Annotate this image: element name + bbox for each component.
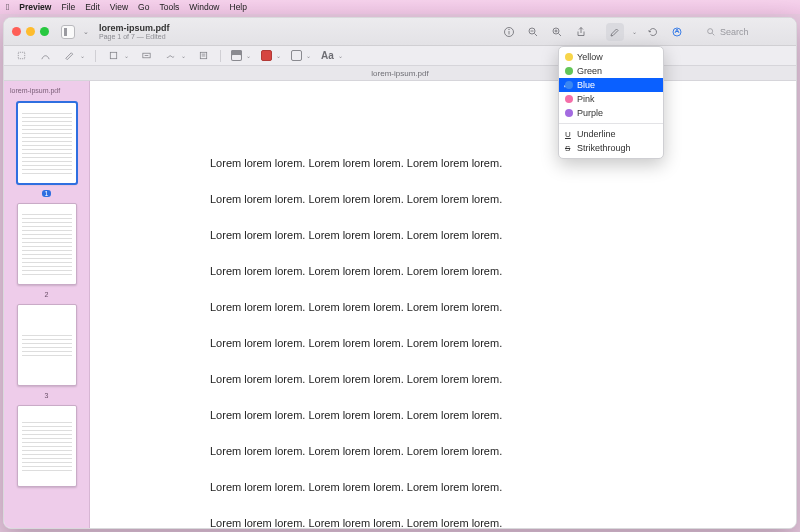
document-line[interactable]: Lorem lorem lorem. Lorem lorem lorem. Lo… bbox=[210, 157, 756, 169]
view-dropdown-icon[interactable]: ⌄ bbox=[83, 28, 91, 36]
zoom-in-button[interactable] bbox=[548, 23, 566, 41]
search-field[interactable]: Search bbox=[702, 27, 788, 37]
svg-rect-13 bbox=[18, 52, 24, 58]
document-line[interactable]: Lorem lorem lorem. Lorem lorem lorem. Lo… bbox=[210, 481, 756, 493]
info-button[interactable] bbox=[500, 23, 518, 41]
markup-toolbar: ⌄ ⌄ ⌄ ⌄ ⌄ ⌄ Aa ⌄ bbox=[4, 46, 796, 66]
highlight-style-strikethrough[interactable]: SStrikethrough bbox=[559, 141, 663, 155]
document-title: lorem-ipsum.pdf bbox=[99, 24, 170, 33]
share-button[interactable] bbox=[572, 23, 590, 41]
selection-tool[interactable] bbox=[14, 49, 28, 63]
shapes-dropdown-icon[interactable]: ⌄ bbox=[124, 52, 129, 59]
text-style[interactable]: Aa bbox=[321, 50, 334, 61]
zoom-out-button[interactable] bbox=[524, 23, 542, 41]
document-content[interactable]: Lorem lorem lorem. Lorem lorem lorem. Lo… bbox=[90, 81, 796, 528]
note-tool[interactable] bbox=[196, 49, 210, 63]
highlight-dropdown[interactable]: ⌄ bbox=[630, 28, 638, 35]
highlight-color-menu: YellowGreen✓BluePinkPurpleUUnderlineSStr… bbox=[558, 46, 664, 159]
stroke-dropdown-icon[interactable]: ⌄ bbox=[276, 52, 281, 59]
highlight-color-green[interactable]: Green bbox=[559, 64, 663, 78]
highlight-color-purple[interactable]: Purple bbox=[559, 106, 663, 120]
document-line[interactable]: Lorem lorem lorem. Lorem lorem lorem. Lo… bbox=[210, 265, 756, 277]
underline-icon: U bbox=[565, 130, 571, 139]
menu-help[interactable]: Help bbox=[230, 2, 247, 12]
fill-dropdown-icon[interactable]: ⌄ bbox=[306, 52, 311, 59]
document-line[interactable]: Lorem lorem lorem. Lorem lorem lorem. Lo… bbox=[210, 301, 756, 313]
document-subtitle: Page 1 of 7 — Edited bbox=[99, 33, 170, 40]
svg-rect-14 bbox=[110, 52, 116, 58]
window-toolbar: ⌄ lorem-ipsum.pdf Page 1 of 7 — Edited ⌄… bbox=[4, 18, 796, 46]
menu-item-label: Blue bbox=[577, 80, 595, 90]
menu-view[interactable]: View bbox=[110, 2, 128, 12]
svg-line-12 bbox=[712, 33, 714, 35]
border-style[interactable] bbox=[231, 50, 242, 61]
system-menubar:  Preview File Edit View Go Tools Window… bbox=[0, 0, 800, 14]
sign-tool[interactable] bbox=[163, 49, 177, 63]
document-line[interactable]: Lorem lorem lorem. Lorem lorem lorem. Lo… bbox=[210, 373, 756, 385]
color-dot-icon bbox=[565, 109, 573, 117]
document-line[interactable]: Lorem lorem lorem. Lorem lorem lorem. Lo… bbox=[210, 409, 756, 421]
document-line[interactable]: Lorem lorem lorem. Lorem lorem lorem. Lo… bbox=[210, 337, 756, 349]
menu-file[interactable]: File bbox=[61, 2, 75, 12]
stroke-color[interactable] bbox=[261, 50, 272, 61]
thumbnail-sidebar[interactable]: lorem-ipsum.pdf 1 2 3 bbox=[4, 81, 90, 528]
border-dropdown-icon[interactable]: ⌄ bbox=[246, 52, 251, 59]
document-line[interactable]: Lorem lorem lorem. Lorem lorem lorem. Lo… bbox=[210, 193, 756, 205]
document-line[interactable]: Lorem lorem lorem. Lorem lorem lorem. Lo… bbox=[210, 445, 756, 457]
instant-alpha-tool[interactable] bbox=[38, 49, 52, 63]
svg-line-7 bbox=[559, 33, 562, 36]
apple-menu-icon[interactable]:  bbox=[6, 2, 9, 12]
menu-go[interactable]: Go bbox=[138, 2, 149, 12]
svg-point-2 bbox=[509, 29, 510, 30]
menu-item-label: Green bbox=[577, 66, 602, 76]
menu-item-label: Yellow bbox=[577, 52, 603, 62]
text-tool[interactable] bbox=[139, 49, 153, 63]
page-thumbnail[interactable] bbox=[17, 405, 77, 487]
page-number: 1 bbox=[42, 190, 52, 197]
divider bbox=[220, 50, 221, 62]
highlight-color-pink[interactable]: Pink bbox=[559, 92, 663, 106]
fullscreen-button[interactable] bbox=[40, 27, 49, 36]
svg-line-4 bbox=[535, 33, 538, 36]
sidebar-view-button[interactable] bbox=[61, 25, 75, 39]
menu-tools[interactable]: Tools bbox=[159, 2, 179, 12]
color-dot-icon bbox=[565, 53, 573, 61]
sidebar-doc-title: lorem-ipsum.pdf bbox=[4, 87, 60, 94]
tab-bar: lorem-ipsum.pdf bbox=[4, 66, 796, 81]
highlight-style-underline[interactable]: UUnderline bbox=[559, 127, 663, 141]
rotate-button[interactable] bbox=[644, 23, 662, 41]
minimize-button[interactable] bbox=[26, 27, 35, 36]
menu-item-label: Strikethrough bbox=[577, 143, 631, 153]
close-button[interactable] bbox=[12, 27, 21, 36]
menu-edit[interactable]: Edit bbox=[85, 2, 100, 12]
highlight-color-yellow[interactable]: Yellow bbox=[559, 50, 663, 64]
tab-label[interactable]: lorem-ipsum.pdf bbox=[371, 69, 428, 78]
page-thumbnail[interactable] bbox=[17, 304, 77, 386]
shapes-tool[interactable] bbox=[106, 49, 120, 63]
markup-toggle-button[interactable] bbox=[668, 23, 686, 41]
document-line[interactable]: Lorem lorem lorem. Lorem lorem lorem. Lo… bbox=[210, 517, 756, 528]
text-style-dropdown-icon[interactable]: ⌄ bbox=[338, 52, 343, 59]
highlight-button[interactable] bbox=[606, 23, 624, 41]
fill-color[interactable] bbox=[291, 50, 302, 61]
document-line[interactable]: Lorem lorem lorem. Lorem lorem lorem. Lo… bbox=[210, 229, 756, 241]
search-icon bbox=[706, 27, 716, 37]
sketch-dropdown-icon[interactable]: ⌄ bbox=[80, 52, 85, 59]
window-body: lorem-ipsum.pdf 1 2 3 Lorem lorem lorem.… bbox=[4, 81, 796, 528]
menu-item-label: Pink bbox=[577, 94, 595, 104]
svg-point-11 bbox=[708, 28, 713, 33]
title-block: lorem-ipsum.pdf Page 1 of 7 — Edited bbox=[99, 24, 170, 40]
page-thumbnail[interactable] bbox=[17, 102, 77, 184]
window-controls bbox=[12, 27, 49, 36]
menu-window[interactable]: Window bbox=[189, 2, 219, 12]
sketch-tool[interactable] bbox=[62, 49, 76, 63]
preview-window: ⌄ lorem-ipsum.pdf Page 1 of 7 — Edited ⌄… bbox=[3, 17, 797, 529]
page-thumbnail[interactable] bbox=[17, 203, 77, 285]
svg-rect-17 bbox=[200, 52, 206, 58]
app-menu[interactable]: Preview bbox=[19, 2, 51, 12]
search-placeholder: Search bbox=[720, 27, 749, 37]
color-dot-icon bbox=[565, 67, 573, 75]
highlight-color-blue[interactable]: ✓Blue bbox=[559, 78, 663, 92]
divider bbox=[95, 50, 96, 62]
sign-dropdown-icon[interactable]: ⌄ bbox=[181, 52, 186, 59]
